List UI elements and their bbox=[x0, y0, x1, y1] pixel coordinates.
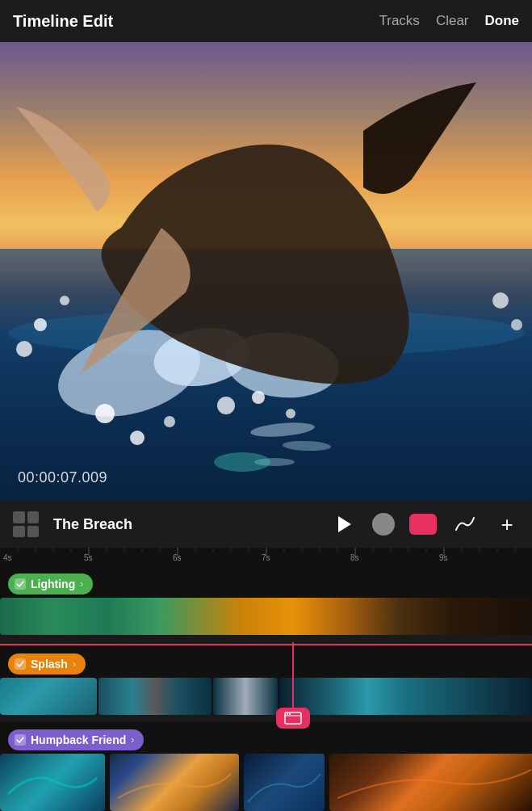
clips-grid-icon[interactable] bbox=[13, 511, 39, 537]
done-button[interactable]: Done bbox=[485, 13, 520, 29]
svg-text:9s: 9s bbox=[439, 553, 448, 562]
humpback-clips bbox=[0, 754, 532, 811]
splash-chevron-icon: › bbox=[73, 658, 76, 670]
svg-point-5 bbox=[60, 296, 69, 305]
svg-point-58 bbox=[289, 713, 291, 715]
lighting-gradient[interactable] bbox=[0, 598, 532, 635]
clip-snap-button[interactable] bbox=[276, 708, 310, 729]
svg-point-57 bbox=[287, 713, 288, 715]
svg-point-4 bbox=[34, 318, 47, 331]
lighting-check bbox=[15, 578, 26, 590]
draw-button[interactable] bbox=[451, 510, 480, 539]
humpback-gap-1 bbox=[107, 754, 108, 811]
humpback-clip-4[interactable] bbox=[329, 754, 532, 811]
svg-point-7 bbox=[95, 404, 115, 423]
svg-point-15 bbox=[249, 421, 315, 439]
splash-clips bbox=[0, 678, 532, 715]
splash-clip-3[interactable] bbox=[213, 678, 278, 715]
record-button[interactable] bbox=[372, 513, 395, 536]
humpback-clip-2[interactable] bbox=[110, 754, 239, 811]
svg-text:5s: 5s bbox=[84, 553, 93, 562]
svg-point-9 bbox=[164, 416, 175, 427]
tracks-button[interactable]: Tracks bbox=[379, 13, 420, 29]
lighting-label: Lighting bbox=[31, 578, 75, 590]
humpback-pill[interactable]: Humpback Friend › bbox=[8, 729, 144, 750]
humpback-track-content bbox=[0, 754, 532, 811]
page-title: Timeline Edit bbox=[13, 12, 113, 31]
svg-point-18 bbox=[214, 452, 270, 472]
svg-text:7s: 7s bbox=[262, 553, 270, 562]
lighting-track-content bbox=[0, 598, 532, 635]
svg-point-16 bbox=[283, 440, 331, 452]
splash-clip-4[interactable] bbox=[279, 678, 532, 715]
svg-point-10 bbox=[217, 397, 235, 414]
lighting-chevron-icon: › bbox=[80, 578, 83, 590]
humpback-chevron-icon: › bbox=[131, 734, 134, 746]
clear-button[interactable]: Clear bbox=[436, 13, 469, 29]
splash-track-content bbox=[0, 678, 532, 715]
humpback-check bbox=[15, 734, 26, 746]
svg-point-8 bbox=[130, 431, 145, 445]
humpback-gap-3 bbox=[326, 754, 328, 811]
play-button[interactable] bbox=[329, 510, 358, 539]
controls-bar: The Breach + bbox=[0, 501, 532, 548]
preview-area: 00:00:07.009 bbox=[0, 42, 532, 501]
lighting-track: Lighting › bbox=[0, 565, 532, 635]
clip-button[interactable] bbox=[409, 514, 437, 535]
header: Timeline Edit Tracks Clear Done bbox=[0, 0, 532, 42]
splash-check bbox=[15, 658, 26, 670]
svg-point-11 bbox=[252, 391, 265, 404]
svg-point-6 bbox=[16, 341, 32, 357]
timeline-ruler: 4s 5s 6s 7s 8s 9s bbox=[0, 548, 532, 565]
svg-marker-19 bbox=[338, 516, 351, 532]
svg-point-12 bbox=[286, 409, 295, 418]
preview-canvas: 00:00:07.009 bbox=[0, 42, 532, 501]
svg-text:4s: 4s bbox=[3, 553, 12, 562]
humpback-label: Humpback Friend bbox=[31, 733, 126, 746]
lighting-pill[interactable]: Lighting › bbox=[8, 574, 93, 595]
splash-label: Splash bbox=[31, 658, 68, 670]
splash-clip-2[interactable] bbox=[98, 678, 212, 715]
humpback-clip-3[interactable] bbox=[244, 754, 325, 811]
humpback-clip-1[interactable] bbox=[0, 754, 105, 811]
svg-text:6s: 6s bbox=[173, 553, 182, 562]
splash-pill[interactable]: Splash › bbox=[8, 653, 86, 674]
svg-text:8s: 8s bbox=[350, 553, 359, 562]
whale-illustration bbox=[0, 66, 532, 486]
add-button[interactable]: + bbox=[495, 512, 519, 536]
humpback-track: Humpback Friend › bbox=[0, 721, 532, 811]
humpback-gap-2 bbox=[241, 754, 242, 811]
project-title: The Breach bbox=[53, 516, 314, 533]
timestamp: 00:00:07.009 bbox=[18, 469, 107, 486]
header-actions: Tracks Clear Done bbox=[379, 13, 520, 29]
splash-clip-1[interactable] bbox=[0, 678, 97, 715]
svg-point-13 bbox=[492, 292, 509, 309]
svg-point-14 bbox=[511, 319, 522, 330]
splash-track: Splash › bbox=[0, 644, 532, 713]
